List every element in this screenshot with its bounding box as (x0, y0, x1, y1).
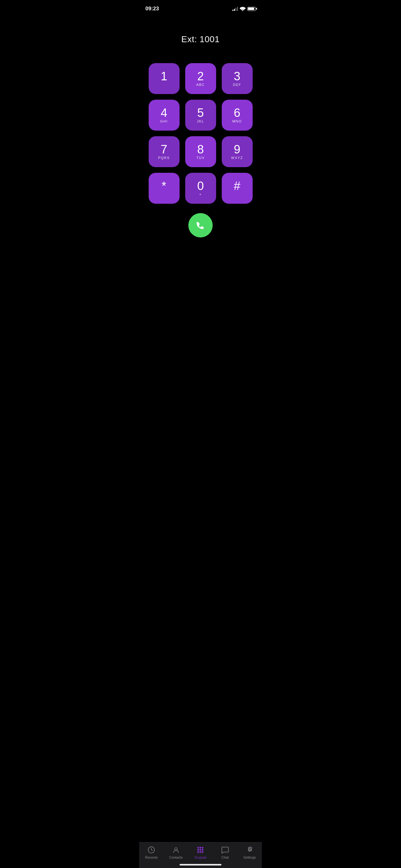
call-button[interactable] (188, 213, 213, 238)
key-1[interactable]: 1 (149, 63, 179, 94)
key-3[interactable]: 3DEF (222, 63, 253, 94)
battery-icon (247, 7, 256, 11)
key-7[interactable]: 7PQRS (149, 136, 179, 167)
status-icons (232, 6, 256, 11)
key-6[interactable]: 6MNO (222, 100, 253, 131)
key-5[interactable]: 5JKL (185, 100, 216, 131)
key-4[interactable]: 4GHI (149, 100, 179, 131)
key-0[interactable]: 0+ (185, 173, 216, 204)
status-time: 09:23 (145, 6, 159, 12)
call-button-container (139, 213, 262, 238)
extension-text: Ext: 1001 (181, 34, 220, 44)
key-8[interactable]: 8TUV (185, 136, 216, 167)
svg-point-0 (242, 10, 243, 11)
key-2[interactable]: 2ABC (185, 63, 216, 94)
keypad: 12ABC3DEF4GHI5JKL6MNO7PQRS8TUV9WXYZ*0+# (139, 63, 262, 204)
phone-icon (195, 220, 206, 231)
status-bar: 09:23 (139, 0, 262, 16)
extension-display: Ext: 1001 (139, 34, 262, 44)
wifi-icon (240, 6, 245, 11)
key-hash[interactable]: # (222, 173, 253, 204)
key-9[interactable]: 9WXYZ (222, 136, 253, 167)
signal-icon (232, 6, 238, 11)
key-star[interactable]: * (149, 173, 179, 204)
